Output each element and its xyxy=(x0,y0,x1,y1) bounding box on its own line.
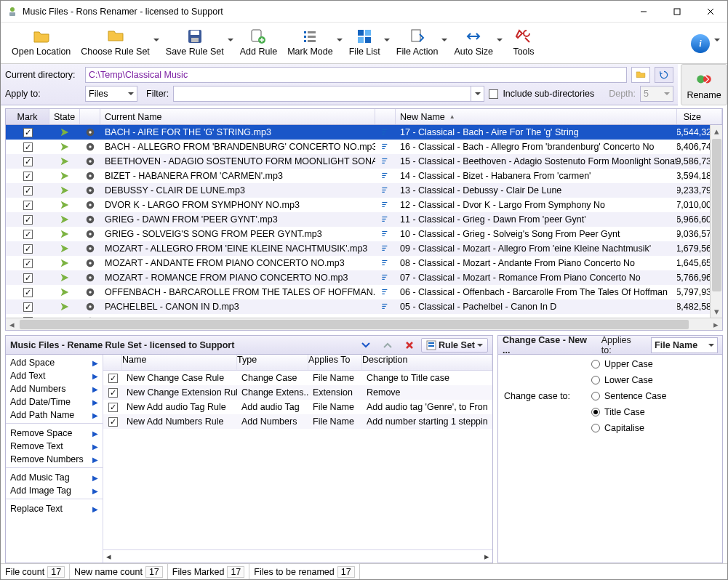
delete-rule-button[interactable] xyxy=(399,338,420,353)
horizontal-scrollbar[interactable]: ◂ ▸ xyxy=(6,318,722,330)
filter-dropdown[interactable] xyxy=(471,86,484,102)
mark-checkbox[interactable] xyxy=(23,317,33,318)
mark-checkbox[interactable] xyxy=(23,128,33,137)
move-up-button[interactable] xyxy=(377,338,398,353)
rules-table-body[interactable]: New Change Case RuleChange CaseFile Name… xyxy=(103,371,492,549)
rule-row[interactable]: New Add audio Tag RuleAdd audio TagFile … xyxy=(103,400,492,414)
col-state[interactable]: State xyxy=(49,109,80,124)
sidebar-add-path[interactable]: Add Path Name▶ xyxy=(6,408,103,422)
rule-checkbox[interactable] xyxy=(108,403,118,412)
table-row[interactable]: MOZART - ANDANTE FROM PIANO CONCERTO NO.… xyxy=(6,256,722,270)
maximize-button[interactable] xyxy=(660,1,694,23)
table-row[interactable]: MOZART - ALLEGRO FROM 'EINE KLEINE NACHT… xyxy=(6,241,722,256)
table-row[interactable]: PACHELBEL - CANON IN D.mp305 - Classical… xyxy=(6,299,722,314)
sidebar-add-image-tag[interactable]: Add Image Tag▶ xyxy=(6,484,103,497)
sidebar-remove-numbers[interactable]: Remove Numbers▶ xyxy=(6,453,103,466)
mark-checkbox[interactable] xyxy=(23,259,33,268)
col-mark[interactable]: Mark xyxy=(6,109,49,124)
col-rule-desc[interactable]: Description xyxy=(362,355,492,370)
mark-checkbox[interactable] xyxy=(23,273,33,283)
table-row[interactable]: BEETHOVEN - ADAGIO SOSTENUTO FORM MOONLI… xyxy=(6,154,722,169)
rule-checkbox[interactable] xyxy=(108,417,118,427)
table-row[interactable]: BACH - ALLEGRO FROM 'BRANDENBURG' CONCER… xyxy=(6,140,722,154)
mark-checkbox[interactable] xyxy=(23,186,33,196)
browse-folder-button[interactable] xyxy=(631,67,650,83)
sidebar-add-numbers[interactable]: Add Numbers▶ xyxy=(6,382,103,395)
mark-checkbox[interactable] xyxy=(23,230,33,239)
sidebar-add-space[interactable]: Add Space▶ xyxy=(6,356,103,369)
table-row[interactable]: GRIEG - DAWN FROM 'PEER GYNT'.mp311 - Cl… xyxy=(6,212,722,227)
table-row[interactable]: BACH - AIRE FOR THE 'G' STRING.mp317 - C… xyxy=(6,125,722,140)
col-rule-type[interactable]: Type xyxy=(237,355,308,370)
vertical-scrollbar[interactable]: ▴ ▾ xyxy=(710,125,722,318)
sidebar-remove-text[interactable]: Remove Text▶ xyxy=(6,440,103,453)
mark-checkbox[interactable] xyxy=(23,157,33,166)
save-rule-set-button[interactable]: Save Rule Set xyxy=(161,25,229,59)
col-rule-applies[interactable]: Applies To xyxy=(308,355,362,370)
close-button[interactable] xyxy=(694,1,727,23)
mark-checkbox[interactable] xyxy=(23,288,33,297)
rule-row[interactable]: New Add Numbers RuleAdd NumbersFile Name… xyxy=(103,414,492,429)
rule-checkbox[interactable] xyxy=(108,388,118,398)
refresh-button[interactable] xyxy=(655,67,673,83)
col-rule-check[interactable] xyxy=(103,355,122,370)
auto-size-button[interactable]: Auto Size xyxy=(449,25,498,59)
rule-row[interactable]: New Change Case RuleChange CaseFile Name… xyxy=(103,371,492,385)
rule-checkbox[interactable] xyxy=(108,374,118,383)
apply-to-combo[interactable]: Files xyxy=(85,86,137,102)
sidebar-add-text[interactable]: Add Text▶ xyxy=(6,369,103,382)
rule-set-menu-button[interactable]: Rule Set xyxy=(421,338,488,353)
col-current[interactable]: Current Name xyxy=(100,109,375,124)
col-rule-name[interactable]: Name xyxy=(122,355,237,370)
sidebar-add-datetime[interactable]: Add Date/Time▶ xyxy=(6,395,103,408)
table-row[interactable]: MOZART - ROMANCE FROM PIANO CONCERTO NO.… xyxy=(6,270,722,285)
table-row[interactable]: STRAUSS JR.mp304 - Classical - Strauss J… xyxy=(6,314,722,318)
sidebar-replace-text[interactable]: Replace Text▶ xyxy=(6,502,103,515)
file-list-button[interactable]: File List xyxy=(344,25,385,59)
mark-checkbox[interactable] xyxy=(23,302,33,312)
grid-body[interactable]: BACH - AIRE FOR THE 'G' STRING.mp317 - C… xyxy=(6,125,722,318)
dropdown-caret-icon[interactable] xyxy=(383,31,391,49)
mark-mode-button[interactable]: Mark Mode xyxy=(282,25,338,59)
dropdown-caret-icon[interactable] xyxy=(495,31,504,49)
rename-button[interactable]: Rename xyxy=(681,64,727,105)
current-directory-input[interactable] xyxy=(85,67,627,83)
col-new[interactable]: New Name xyxy=(396,109,677,124)
dropdown-caret-icon[interactable] xyxy=(226,31,235,49)
mark-checkbox[interactable] xyxy=(23,201,33,210)
table-row[interactable]: DEBUSSY - CLAIR DE LUNE.mp313 - Classica… xyxy=(6,183,722,198)
sidebar-remove-space[interactable]: Remove Space▶ xyxy=(6,427,103,440)
radio-sentence[interactable]: Sentence Case xyxy=(591,391,716,401)
radio-title[interactable]: Title Case xyxy=(591,407,716,417)
rule-row[interactable]: New Change Extension RuleChange Extens..… xyxy=(103,385,492,400)
table-row[interactable]: GRIEG - SOLVEIG'S SONG FROM PEER GYNT.mp… xyxy=(6,227,722,241)
mark-checkbox[interactable] xyxy=(23,142,33,152)
radio-lower[interactable]: Lower Case xyxy=(591,375,716,385)
applies-to-combo[interactable]: File Name xyxy=(651,337,718,353)
dropdown-caret-icon[interactable] xyxy=(440,31,449,49)
minimize-button[interactable] xyxy=(627,1,660,23)
table-row[interactable]: BIZET - HABANERA FROM 'CARMEN'.mp314 - C… xyxy=(6,169,722,183)
dropdown-caret-icon[interactable] xyxy=(713,31,721,49)
sidebar-add-music-tag[interactable]: Add Music Tag▶ xyxy=(6,471,103,484)
mark-checkbox[interactable] xyxy=(23,172,33,181)
include-subdirs-checkbox[interactable] xyxy=(489,89,498,99)
mark-checkbox[interactable] xyxy=(23,244,33,254)
dropdown-caret-icon[interactable] xyxy=(335,31,344,49)
choose-rule-set-button[interactable]: Choose Rule Set xyxy=(76,25,155,59)
filter-input[interactable] xyxy=(173,86,471,102)
radio-capitalise[interactable]: Capitalise xyxy=(591,423,716,433)
table-row[interactable]: OFFENBACH - BARCAROLLE FROM THE TALES OF… xyxy=(6,285,722,299)
col-icon2[interactable] xyxy=(375,109,396,124)
radio-upper[interactable]: Upper Case xyxy=(591,359,716,369)
col-icon1[interactable] xyxy=(80,109,100,124)
add-rule-button[interactable]: Add Rule xyxy=(235,25,282,59)
col-size[interactable]: Size xyxy=(677,109,722,124)
move-down-button[interactable] xyxy=(356,338,376,353)
table-row[interactable]: DVOR K - LARGO FROM SYMPHONY NO.mp312 - … xyxy=(6,198,722,212)
dropdown-caret-icon[interactable] xyxy=(152,31,161,49)
file-action-button[interactable]: File Action xyxy=(391,25,444,59)
info-icon[interactable]: i xyxy=(691,34,710,53)
open-location-button[interactable]: Open Location xyxy=(7,25,76,59)
rules-table-scrollbar[interactable]: ◂▸ xyxy=(103,549,492,563)
